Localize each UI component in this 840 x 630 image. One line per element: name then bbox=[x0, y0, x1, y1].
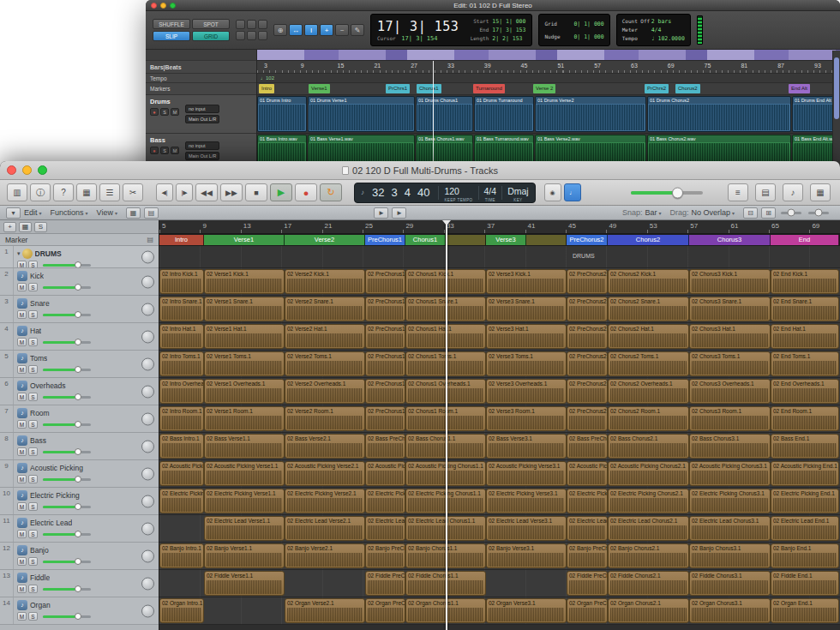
audio-region[interactable]: 02 PreChorus1 Hat.1 bbox=[365, 324, 405, 349]
zoom-preset-button[interactable] bbox=[258, 31, 267, 40]
mute-button[interactable]: M bbox=[17, 261, 27, 267]
list-editors-button[interactable]: ≡ bbox=[728, 183, 748, 201]
quick-help-button[interactable]: ? bbox=[53, 183, 74, 201]
solo-button[interactable]: S bbox=[28, 338, 38, 346]
audio-region[interactable]: 02 PreChorus2 Room.1 bbox=[567, 406, 608, 431]
ruler-name-markers[interactable]: Markers bbox=[146, 83, 256, 95]
section-marker[interactable]: Chorus2 bbox=[608, 235, 689, 245]
pan-knob[interactable] bbox=[141, 495, 154, 507]
cycle-button[interactable]: ↻ bbox=[320, 183, 342, 201]
lcd-time-signature[interactable]: 4/4 TIME bbox=[484, 183, 497, 202]
audio-region[interactable]: 02 Electric Lead Chorus3.1 bbox=[689, 516, 771, 541]
solo-button[interactable]: S bbox=[28, 261, 38, 267]
audio-region[interactable]: 02 Bass Chorus3.1 bbox=[689, 434, 771, 459]
trim-tool[interactable]: ↔ bbox=[289, 24, 303, 36]
count-off-row[interactable]: Count Off 2 bars bbox=[622, 18, 685, 25]
volume-thumb[interactable] bbox=[672, 187, 683, 198]
solo-button[interactable]: S bbox=[28, 420, 38, 429]
track-header-bass[interactable]: 8♪BassMS bbox=[0, 433, 159, 460]
audio-region[interactable]: 02 End Overheads.1 bbox=[771, 379, 839, 404]
audio-region[interactable]: 02 Chorus3 Room.1 bbox=[689, 406, 771, 431]
audio-region[interactable]: 02 Intro Room.1 bbox=[159, 406, 204, 431]
marker-flag[interactable]: Verse1 bbox=[309, 84, 330, 93]
audio-region[interactable]: 02 Electric Picking Chorus3.1 bbox=[689, 489, 771, 513]
audio-region[interactable]: 02 Intro Overheads.1 bbox=[159, 379, 204, 404]
scrollbar-thumb[interactable] bbox=[834, 57, 839, 119]
mute-button[interactable]: M bbox=[17, 557, 27, 566]
audio-region[interactable]: 02 Electric Picking Chorus2.1 bbox=[608, 489, 689, 513]
pan-knob[interactable] bbox=[141, 467, 154, 480]
view-menu[interactable]: View▾ bbox=[97, 208, 117, 217]
slip-mode-button[interactable]: SLIP bbox=[153, 31, 190, 41]
volume-thumb[interactable] bbox=[75, 393, 81, 400]
pan-knob[interactable] bbox=[141, 522, 154, 535]
meter-row[interactable]: Meter 4/4 bbox=[622, 27, 685, 33]
smart-controls-button[interactable]: ▦ bbox=[76, 183, 97, 201]
marker-flag[interactable]: Intro bbox=[259, 84, 274, 93]
volume-thumb[interactable] bbox=[75, 613, 81, 620]
audio-region[interactable]: 02 Banjo Chorus3.1 bbox=[689, 543, 771, 568]
audio-region[interactable]: 02 Electric Picking Verse1.1 bbox=[204, 489, 285, 513]
section-marker[interactable]: End bbox=[771, 235, 839, 245]
minimize-button[interactable] bbox=[22, 165, 32, 175]
marker-flag[interactable]: End Alt bbox=[789, 84, 810, 93]
output-selector[interactable]: Main Out L/R bbox=[185, 152, 219, 160]
horizontal-zoom-slider[interactable] bbox=[781, 212, 801, 214]
track-header-kick[interactable]: 2♪KickMS bbox=[0, 268, 159, 296]
audio-region[interactable]: 02 Organ PreChorus1.1 bbox=[365, 598, 405, 623]
rewind-button[interactable]: ◀◀ bbox=[195, 183, 218, 201]
solo-button[interactable]: S bbox=[28, 283, 38, 291]
audio-region[interactable]: 02 Verse3 Snare.1 bbox=[486, 297, 567, 321]
tempo-ruler[interactable]: ♩102 bbox=[257, 74, 840, 83]
volume-thumb[interactable] bbox=[75, 585, 81, 592]
audio-region[interactable]: 02 Electric Picking Intro.1 bbox=[159, 489, 204, 513]
volume-slider[interactable] bbox=[43, 506, 91, 508]
browsers-button[interactable]: ▦ bbox=[810, 183, 831, 201]
track-name[interactable]: Hat bbox=[30, 327, 41, 335]
disclosure-triangle-icon[interactable]: ▾ bbox=[17, 250, 21, 257]
solo-button[interactable]: S bbox=[28, 612, 38, 621]
audio-region[interactable]: 01 Drums Turnaround bbox=[474, 96, 534, 132]
volume-slider[interactable] bbox=[43, 423, 91, 426]
audio-region[interactable]: 02 PreChorus2 Kick.1 bbox=[567, 269, 608, 294]
audio-region[interactable]: 02 PreChorus1 Snare.1 bbox=[365, 297, 405, 321]
audio-region[interactable]: 02 PreChorus2 Snare.1 bbox=[567, 297, 608, 321]
track-header-room[interactable]: 7♪RoomMS bbox=[0, 405, 159, 433]
audio-region[interactable]: 02 Verse3 Overheads.1 bbox=[486, 379, 567, 404]
tuner-button[interactable]: ◉ bbox=[544, 183, 561, 201]
inspector-button[interactable]: ⓘ bbox=[30, 183, 51, 201]
audio-region[interactable]: 02 Electric Lead Chorus2.1 bbox=[608, 516, 689, 541]
selector-tool[interactable]: I bbox=[304, 24, 318, 36]
ruler-name-bars-beats[interactable]: Bars|Beats bbox=[146, 61, 256, 74]
solo-button[interactable]: S bbox=[160, 147, 169, 154]
track-name[interactable]: Electric Picking bbox=[30, 491, 80, 500]
close-button[interactable] bbox=[151, 3, 157, 9]
scrubber-tool[interactable]: ~ bbox=[335, 24, 349, 36]
track-header-hat[interactable]: 4♪HatMS bbox=[0, 323, 159, 351]
record-enable-button[interactable]: ● bbox=[150, 147, 159, 154]
snap-menu[interactable]: Snap: Bar ▾ bbox=[622, 208, 662, 217]
audio-region[interactable]: 02 End Hat.1 bbox=[771, 324, 839, 349]
audio-region[interactable]: 02 Verse2 Toms.1 bbox=[285, 351, 365, 376]
volume-thumb[interactable] bbox=[75, 421, 81, 428]
track-name[interactable]: Toms bbox=[30, 354, 47, 363]
pan-knob[interactable] bbox=[141, 357, 154, 370]
edit-cursor[interactable] bbox=[433, 61, 434, 169]
audio-region[interactable]: 02 Acoustic Picking Verse2.1 bbox=[285, 461, 365, 486]
zoom-preset-button[interactable] bbox=[247, 31, 256, 40]
audio-region[interactable]: 02 Organ Chorus2.1 bbox=[608, 598, 689, 623]
audio-region[interactable]: 01 Drums Verse1 bbox=[308, 96, 415, 132]
mute-button[interactable]: M bbox=[17, 530, 27, 538]
solo-mode-button[interactable]: S bbox=[34, 222, 47, 232]
audio-region[interactable]: 02 Banjo Verse3.1 bbox=[486, 543, 567, 568]
stop-button[interactable]: ■ bbox=[245, 183, 267, 201]
audio-region[interactable]: 02 Banjo PreChorus1.1 bbox=[365, 543, 405, 568]
input-selector[interactable]: no input bbox=[185, 141, 219, 150]
section-marker[interactable]: Intro bbox=[159, 235, 204, 245]
audio-region[interactable]: 01 Drums Intro bbox=[257, 96, 307, 132]
track-name[interactable]: Fiddle bbox=[30, 573, 50, 582]
selection-end-row[interactable]: End 17| 3| 153 bbox=[466, 27, 525, 33]
zoom-preset-button[interactable] bbox=[247, 20, 256, 29]
pan-knob[interactable] bbox=[141, 604, 154, 617]
track-name[interactable]: Acoustic Picking bbox=[30, 464, 83, 472]
